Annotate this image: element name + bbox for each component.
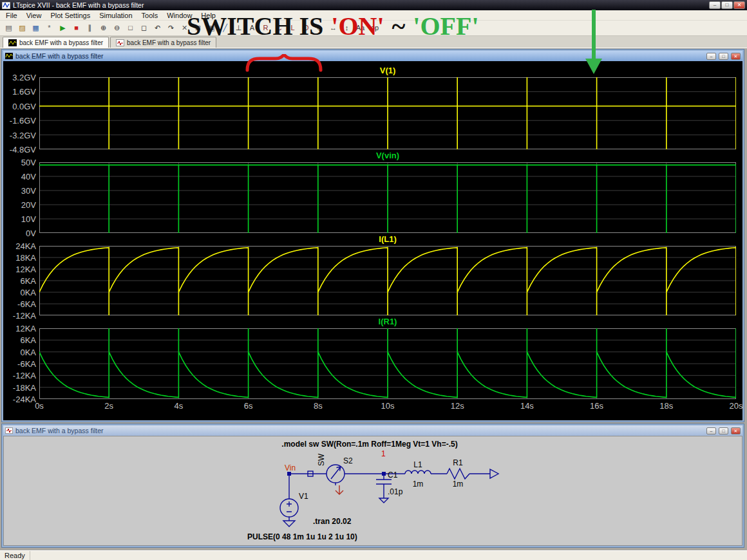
voltage-source-symbol[interactable] (280, 499, 298, 517)
schematic-minimize-button[interactable]: – (706, 427, 716, 434)
redo-icon[interactable]: ↷ (164, 22, 178, 34)
schematic-close-button[interactable]: ✕ (731, 427, 741, 434)
menu-item-help[interactable]: Help (196, 11, 220, 20)
copy-icon[interactable]: ⊞ (191, 22, 205, 34)
waveform-window-titlebar[interactable]: back EMF with a bypass filter – □ ✕ (3, 51, 742, 61)
close-button[interactable]: ✕ (733, 1, 745, 9)
new-schematic-icon[interactable]: ▤ (2, 22, 15, 34)
schematic-window-titlebar[interactable]: back EMF with a bypass filter – □ ✕ (3, 425, 742, 436)
menu-bar: FileViewPlot SettingsSimulationToolsWind… (0, 10, 747, 21)
tran-directive[interactable]: .tran 20.02 (313, 517, 352, 526)
pane-plot-1[interactable] (39, 77, 736, 149)
switch-name-label[interactable]: S2 (343, 456, 353, 465)
text-icon[interactable]: Aa (354, 22, 367, 34)
drag-icon[interactable]: ↕ (340, 22, 354, 34)
schematic-maximize-button[interactable]: □ (719, 427, 728, 434)
y-tick: 6KA (20, 335, 36, 345)
y-tick: -1.6GV (10, 116, 36, 126)
net-label-icon[interactable]: A (245, 22, 259, 34)
y-tick: 0V (26, 229, 36, 238)
pane-title-2[interactable]: V(vin) (39, 149, 736, 162)
menu-item-file[interactable]: File (1, 11, 22, 20)
zoom-area-icon[interactable]: □ (124, 22, 137, 34)
inductor-value-label[interactable]: 1m (413, 480, 424, 489)
pane-1: 3.2GV1.6GV0.0GV-1.6GV-3.2GV-4.8GV (3, 77, 742, 149)
tab-waveform[interactable]: back EMF with a bypass filter (3, 37, 109, 48)
x-tick: 18s (659, 401, 673, 411)
save-icon[interactable]: ▦ (29, 22, 43, 34)
resistor-symbol[interactable] (447, 469, 469, 479)
menu-item-window[interactable]: Window (162, 11, 196, 20)
wire-icon[interactable]: ╱ (218, 22, 232, 34)
capacitor-value-label[interactable]: .01p (388, 487, 403, 496)
zoom-out-icon[interactable]: ⊖ (110, 22, 124, 34)
capacitor-icon[interactable]: C (272, 22, 286, 34)
model-directive[interactable]: .model sw SW(Ron=.1m Roff=1Meg Vt=1 Vh=-… (281, 440, 457, 449)
resistor-value-label[interactable]: 1m (453, 480, 464, 489)
dangling-arrow (336, 485, 343, 494)
spice-directive-icon[interactable]: .op (367, 22, 381, 34)
y-axis-labels: 24KA18KA12KA6KA0KA-6KA-12KA (3, 246, 39, 315)
inductor-symbol[interactable] (405, 471, 431, 474)
pane-title-4[interactable]: I(R1) (39, 315, 736, 328)
pane-title-3[interactable]: I(L1) (39, 233, 736, 246)
screen: { "chrome": {"minimize": "–", "maximize"… (0, 0, 747, 560)
pane-plot-2[interactable] (39, 162, 736, 233)
component-icon[interactable]: ◇ (313, 22, 326, 34)
halt-icon[interactable]: ■ (70, 22, 83, 34)
capacitor-symbol[interactable] (376, 480, 392, 484)
y-tick: 18KA (15, 253, 36, 263)
pulse-directive[interactable]: PULSE(0 48 1m 1u 1u 2 1u 10) (247, 532, 357, 541)
zoom-in-icon[interactable]: ⊕ (97, 22, 110, 34)
menu-item-plot-settings[interactable]: Plot Settings (46, 11, 95, 20)
diode-icon[interactable]: D (299, 22, 313, 34)
schematic-canvas[interactable]: .model sw SW(Ron=.1m Roff=1Meg Vt=1 Vh=-… (4, 436, 743, 546)
tab-schematic[interactable]: back EMF with a bypass filter (110, 37, 216, 48)
resistor-icon[interactable]: R (259, 22, 272, 34)
minimize-button[interactable]: – (709, 1, 721, 9)
maximize-button[interactable]: □ (721, 1, 733, 9)
schematic-canvas-area[interactable]: .model sw SW(Ron=.1m Roff=1Meg Vt=1 Vh=-… (3, 436, 742, 546)
open-file-icon[interactable]: ▨ (15, 22, 29, 34)
waveform-close-button[interactable]: ✕ (731, 53, 741, 60)
pane-4: 12KA6KA0KA-6KA-12KA-18KA-24KA (3, 328, 742, 399)
run-icon[interactable]: ▶ (56, 22, 70, 34)
ground-symbol (283, 521, 295, 527)
waveform-plot-area[interactable]: V(1)3.2GV1.6GV0.0GV-1.6GV-3.2GV-4.8GVV(v… (3, 61, 742, 420)
node-label-1[interactable]: 1 (381, 449, 386, 458)
menu-item-view[interactable]: View (22, 11, 46, 20)
switch-type-label[interactable]: SW (317, 453, 326, 466)
inductor-name-label[interactable]: L1 (413, 460, 422, 469)
window-controls: – □ ✕ (709, 1, 745, 9)
x-tick: 20s (730, 401, 743, 411)
menu-item-simulation[interactable]: Simulation (95, 11, 137, 20)
pane-plot-4[interactable] (39, 328, 736, 399)
control-panel-icon[interactable]: * (43, 22, 56, 34)
app-titlebar: LTspice XVII - back EMF with a bypass fi… (0, 0, 747, 10)
pane-plot-3[interactable] (39, 246, 736, 315)
resistor-name-label[interactable]: R1 (453, 458, 463, 467)
waveform-minimize-button[interactable]: – (706, 53, 716, 60)
capacitor-name-label[interactable]: C1 (388, 471, 398, 480)
zoom-full-icon[interactable]: ◻ (137, 22, 151, 34)
source-name-label[interactable]: V1 (299, 492, 308, 501)
waveform-tab-icon (8, 39, 17, 46)
y-tick: 1.6GV (12, 87, 36, 97)
switch-symbol[interactable] (326, 465, 345, 485)
net-label-vin[interactable]: Vin (285, 463, 296, 472)
y-tick: -6KA (17, 359, 36, 369)
y-tick: -24KA (13, 395, 36, 404)
cut-icon[interactable]: ✕ (178, 22, 191, 34)
pause-icon[interactable]: ∥ (83, 22, 97, 34)
paste-icon[interactable]: ▣ (205, 22, 218, 34)
status-bar: Ready (0, 550, 747, 560)
inductor-icon[interactable]: L (286, 22, 299, 34)
waveform-maximize-button[interactable]: □ (719, 53, 728, 60)
ground-icon[interactable]: ⊥ (232, 22, 245, 34)
tab-label: back EMF with a bypass filter (19, 39, 103, 46)
pane-title-1[interactable]: V(1) (39, 64, 736, 77)
y-tick: 20V (21, 200, 36, 210)
menu-item-tools[interactable]: Tools (137, 11, 163, 20)
undo-icon[interactable]: ↶ (151, 22, 164, 34)
move-icon[interactable]: ↔ (326, 22, 340, 34)
